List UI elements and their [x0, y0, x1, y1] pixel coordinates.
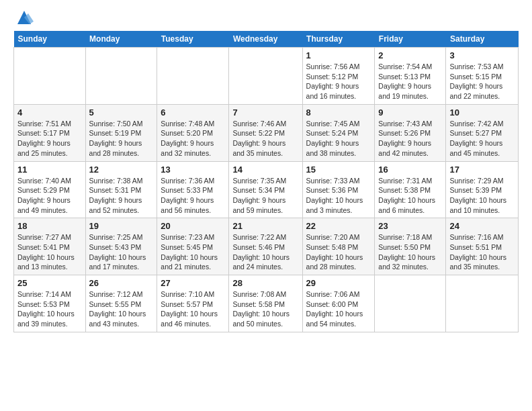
- calendar-cell: 14Sunrise: 7:35 AM Sunset: 5:34 PM Dayli…: [229, 161, 302, 218]
- day-number: 10: [449, 107, 515, 118]
- calendar-cell: 23Sunrise: 7:18 AM Sunset: 5:50 PM Dayli…: [375, 218, 446, 275]
- day-number: 22: [306, 221, 371, 231]
- calendar-cell: 7Sunrise: 7:46 AM Sunset: 5:22 PM Daylig…: [229, 104, 302, 161]
- calendar-cell: 24Sunrise: 7:16 AM Sunset: 5:51 PM Dayli…: [446, 218, 519, 275]
- calendar-cell: 10Sunrise: 7:42 AM Sunset: 5:27 PM Dayli…: [446, 104, 519, 161]
- calendar-cell: 9Sunrise: 7:43 AM Sunset: 5:26 PM Daylig…: [375, 104, 446, 161]
- day-info: Sunrise: 7:51 AM Sunset: 5:17 PM Dayligh…: [17, 119, 82, 158]
- col-header-sunday: Sunday: [14, 31, 86, 48]
- day-info: Sunrise: 7:38 AM Sunset: 5:31 PM Dayligh…: [89, 176, 154, 216]
- day-info: Sunrise: 7:29 AM Sunset: 5:39 PM Dayligh…: [449, 176, 515, 216]
- day-number: 12: [89, 165, 154, 175]
- day-info: Sunrise: 7:31 AM Sunset: 5:38 PM Dayligh…: [378, 176, 442, 216]
- calendar-cell: 1Sunrise: 7:56 AM Sunset: 5:12 PM Daylig…: [302, 48, 375, 105]
- day-info: Sunrise: 7:54 AM Sunset: 5:13 PM Dayligh…: [378, 62, 442, 101]
- day-info: Sunrise: 7:10 AM Sunset: 5:57 PM Dayligh…: [161, 289, 225, 329]
- day-info: Sunrise: 7:45 AM Sunset: 5:24 PM Dayligh…: [306, 119, 371, 158]
- header-row: [13, 11, 519, 27]
- week-row-2: 11Sunrise: 7:40 AM Sunset: 5:29 PM Dayli…: [14, 161, 519, 218]
- calendar-cell: 17Sunrise: 7:29 AM Sunset: 5:39 PM Dayli…: [446, 161, 519, 218]
- page: SundayMondayTuesdayWednesdayThursdayFrid…: [0, 0, 532, 343]
- day-number: 19: [89, 221, 154, 231]
- logo: [13, 11, 34, 27]
- day-info: Sunrise: 7:40 AM Sunset: 5:29 PM Dayligh…: [17, 176, 82, 216]
- day-number: 26: [89, 278, 154, 288]
- week-row-0: 1Sunrise: 7:56 AM Sunset: 5:12 PM Daylig…: [14, 48, 519, 105]
- day-info: Sunrise: 7:36 AM Sunset: 5:33 PM Dayligh…: [161, 176, 225, 216]
- day-info: Sunrise: 7:27 AM Sunset: 5:41 PM Dayligh…: [17, 232, 82, 272]
- calendar-cell: 15Sunrise: 7:33 AM Sunset: 5:36 PM Dayli…: [302, 161, 375, 218]
- day-info: Sunrise: 7:50 AM Sunset: 5:19 PM Dayligh…: [89, 119, 154, 158]
- day-info: Sunrise: 7:25 AM Sunset: 5:43 PM Dayligh…: [89, 232, 154, 272]
- calendar-cell: 2Sunrise: 7:54 AM Sunset: 5:13 PM Daylig…: [375, 48, 446, 105]
- calendar-cell: 29Sunrise: 7:06 AM Sunset: 6:00 PM Dayli…: [302, 275, 375, 332]
- calendar-cell: 8Sunrise: 7:45 AM Sunset: 5:24 PM Daylig…: [302, 104, 375, 161]
- day-number: 17: [449, 165, 515, 175]
- calendar-cell: 27Sunrise: 7:10 AM Sunset: 5:57 PM Dayli…: [157, 275, 229, 332]
- day-info: Sunrise: 7:43 AM Sunset: 5:26 PM Dayligh…: [378, 119, 442, 158]
- col-header-wednesday: Wednesday: [229, 31, 302, 48]
- calendar-cell: 20Sunrise: 7:23 AM Sunset: 5:45 PM Dayli…: [157, 218, 229, 275]
- day-info: Sunrise: 7:35 AM Sunset: 5:34 PM Dayligh…: [232, 176, 298, 216]
- calendar-cell: 3Sunrise: 7:53 AM Sunset: 5:15 PM Daylig…: [446, 48, 519, 105]
- day-info: Sunrise: 7:14 AM Sunset: 5:53 PM Dayligh…: [17, 289, 82, 329]
- calendar-cell: 12Sunrise: 7:38 AM Sunset: 5:31 PM Dayli…: [85, 161, 157, 218]
- calendar-cell: 13Sunrise: 7:36 AM Sunset: 5:33 PM Dayli…: [157, 161, 229, 218]
- col-header-monday: Monday: [85, 31, 157, 48]
- day-number: 4: [17, 107, 82, 118]
- day-number: 3: [449, 50, 515, 60]
- day-info: Sunrise: 7:48 AM Sunset: 5:20 PM Dayligh…: [161, 119, 225, 158]
- calendar-cell: [375, 275, 446, 332]
- day-info: Sunrise: 7:33 AM Sunset: 5:36 PM Dayligh…: [306, 176, 371, 216]
- day-number: 14: [232, 165, 298, 175]
- calendar-cell: [446, 275, 519, 332]
- day-number: 7: [232, 107, 298, 118]
- col-header-saturday: Saturday: [446, 31, 519, 48]
- calendar-cell: 4Sunrise: 7:51 AM Sunset: 5:17 PM Daylig…: [14, 104, 86, 161]
- day-number: 16: [378, 165, 442, 175]
- calendar-header-row: SundayMondayTuesdayWednesdayThursdayFrid…: [14, 31, 519, 48]
- day-number: 18: [17, 221, 82, 231]
- day-info: Sunrise: 7:53 AM Sunset: 5:15 PM Dayligh…: [449, 62, 515, 101]
- day-number: 23: [378, 221, 442, 231]
- day-number: 8: [306, 107, 371, 118]
- calendar-cell: 18Sunrise: 7:27 AM Sunset: 5:41 PM Dayli…: [14, 218, 86, 275]
- day-info: Sunrise: 7:16 AM Sunset: 5:51 PM Dayligh…: [449, 232, 515, 272]
- calendar-cell: [85, 48, 157, 105]
- day-number: 5: [89, 107, 154, 118]
- calendar-cell: 6Sunrise: 7:48 AM Sunset: 5:20 PM Daylig…: [157, 104, 229, 161]
- day-number: 25: [17, 278, 82, 288]
- day-number: 20: [161, 221, 225, 231]
- calendar-cell: [14, 48, 86, 105]
- day-number: 6: [161, 107, 225, 118]
- day-number: 27: [161, 278, 225, 288]
- calendar-cell: 21Sunrise: 7:22 AM Sunset: 5:46 PM Dayli…: [229, 218, 302, 275]
- calendar-cell: [157, 48, 229, 105]
- day-number: 21: [232, 221, 298, 231]
- calendar-cell: 28Sunrise: 7:08 AM Sunset: 5:58 PM Dayli…: [229, 275, 302, 332]
- day-number: 28: [232, 278, 298, 288]
- col-header-thursday: Thursday: [302, 31, 375, 48]
- calendar-cell: 19Sunrise: 7:25 AM Sunset: 5:43 PM Dayli…: [85, 218, 157, 275]
- day-info: Sunrise: 7:23 AM Sunset: 5:45 PM Dayligh…: [161, 232, 225, 272]
- day-number: 9: [378, 107, 442, 118]
- week-row-1: 4Sunrise: 7:51 AM Sunset: 5:17 PM Daylig…: [14, 104, 519, 161]
- col-header-friday: Friday: [375, 31, 446, 48]
- day-number: 11: [17, 165, 82, 175]
- day-info: Sunrise: 7:18 AM Sunset: 5:50 PM Dayligh…: [378, 232, 442, 272]
- day-number: 24: [449, 221, 515, 231]
- calendar-cell: 25Sunrise: 7:14 AM Sunset: 5:53 PM Dayli…: [14, 275, 86, 332]
- day-number: 1: [306, 50, 371, 60]
- col-header-tuesday: Tuesday: [157, 31, 229, 48]
- day-info: Sunrise: 7:08 AM Sunset: 5:58 PM Dayligh…: [232, 289, 298, 329]
- day-number: 2: [378, 50, 442, 60]
- calendar-table: SundayMondayTuesdayWednesdayThursdayFrid…: [13, 31, 519, 332]
- calendar-cell: 11Sunrise: 7:40 AM Sunset: 5:29 PM Dayli…: [14, 161, 86, 218]
- calendar-cell: 5Sunrise: 7:50 AM Sunset: 5:19 PM Daylig…: [85, 104, 157, 161]
- week-row-4: 25Sunrise: 7:14 AM Sunset: 5:53 PM Dayli…: [14, 275, 519, 332]
- week-row-3: 18Sunrise: 7:27 AM Sunset: 5:41 PM Dayli…: [14, 218, 519, 275]
- day-info: Sunrise: 7:46 AM Sunset: 5:22 PM Dayligh…: [232, 119, 298, 158]
- calendar-cell: [229, 48, 302, 105]
- day-info: Sunrise: 7:06 AM Sunset: 6:00 PM Dayligh…: [306, 289, 371, 329]
- day-number: 13: [161, 165, 225, 175]
